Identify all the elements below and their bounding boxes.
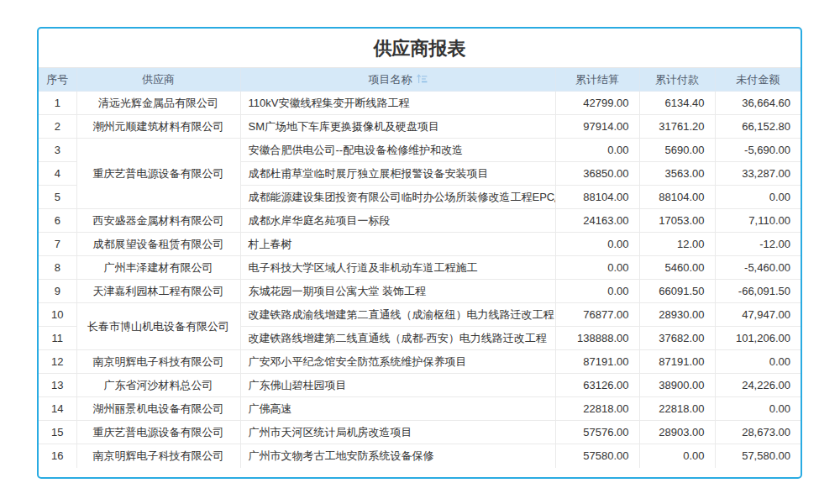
column-header-project[interactable]: 项目名称 bbox=[240, 68, 555, 92]
settled-amount-cell: 97914.00 bbox=[555, 115, 639, 139]
unpaid-amount-cell: -5,690.00 bbox=[715, 139, 801, 162]
supplier-cell[interactable]: 广东省河沙材料总公司 bbox=[76, 374, 240, 397]
settled-amount-cell: 0.00 bbox=[555, 280, 639, 303]
table-row: 13广东省河沙材料总公司广东佛山碧桂园项目63126.0038900.0024,… bbox=[39, 374, 801, 397]
unpaid-amount-cell: 33,287.00 bbox=[715, 162, 801, 186]
paid-amount-cell: 28930.00 bbox=[639, 303, 715, 327]
table-row: 15重庆艺普电源设备有限公司广州市天河区统计局机房改造项目57576.00289… bbox=[39, 421, 801, 444]
paid-amount-cell: 37682.00 bbox=[639, 327, 715, 350]
supplier-cell[interactable]: 西安盛器金属材料有限公司 bbox=[76, 209, 240, 233]
column-header-unpaid: 未付金额 bbox=[715, 68, 801, 92]
table-row: 7成都展望设备租赁有限公司村上春树0.0012.00-12.00 bbox=[39, 233, 801, 256]
unpaid-amount-cell: -5,460.00 bbox=[715, 256, 801, 280]
project-cell[interactable]: 安徽合肥供电公司--配电设备检修维护和改造 bbox=[240, 139, 555, 162]
project-cell[interactable]: SM广场地下车库更换摄像机及硬盘项目 bbox=[240, 115, 555, 139]
table-row: 3重庆艺普电源设备有限公司安徽合肥供电公司--配电设备检修维护和改造0.0056… bbox=[39, 139, 801, 162]
column-label: 项目名称 bbox=[369, 73, 412, 86]
settled-amount-cell: 87191.00 bbox=[555, 350, 639, 374]
row-index-cell: 8 bbox=[39, 256, 76, 280]
unpaid-amount-cell: 47,947.00 bbox=[715, 303, 801, 327]
project-cell[interactable]: 广州市文物考古工地安防系统设备保修 bbox=[240, 444, 555, 468]
unpaid-amount-cell: 0.00 bbox=[715, 186, 801, 209]
supplier-cell[interactable]: 广州丰泽建材有限公司 bbox=[76, 256, 240, 280]
supplier-report-panel: 供应商报表 序号供应商项目名称累计结算累计付款未付金额 1清远光辉金属品有限公司… bbox=[37, 27, 802, 479]
paid-amount-cell: 66091.50 bbox=[639, 280, 715, 303]
project-cell[interactable]: 110kV安徽线程集变开断线路工程 bbox=[240, 92, 555, 115]
project-cell[interactable]: 东城花园一期项目公寓大堂 装饰工程 bbox=[240, 280, 555, 303]
sort-asc-icon[interactable] bbox=[417, 74, 428, 87]
paid-amount-cell: 38900.00 bbox=[639, 374, 715, 397]
supplier-cell[interactable]: 南京明辉电子科技有限公司 bbox=[76, 350, 240, 374]
paid-amount-cell: 87191.00 bbox=[639, 350, 715, 374]
project-cell[interactable]: 广佛高速 bbox=[240, 397, 555, 421]
settled-amount-cell: 0.00 bbox=[555, 139, 639, 162]
supplier-cell[interactable]: 潮州元顺建筑材料有限公司 bbox=[76, 115, 240, 139]
paid-amount-cell: 0.00 bbox=[639, 444, 715, 468]
project-cell[interactable]: 成都能源建设集团投资有限公司临时办公场所装修改造工程EPC总承包 bbox=[240, 186, 555, 209]
table-row: 1清远光辉金属品有限公司110kV安徽线程集变开断线路工程42799.00613… bbox=[39, 92, 801, 115]
settled-amount-cell: 22818.00 bbox=[555, 397, 639, 421]
supplier-cell[interactable]: 成都展望设备租赁有限公司 bbox=[76, 233, 240, 256]
column-label: 累计付款 bbox=[655, 73, 699, 86]
paid-amount-cell: 88104.00 bbox=[639, 186, 715, 209]
settled-amount-cell: 24163.00 bbox=[555, 209, 639, 233]
column-label: 序号 bbox=[46, 73, 68, 86]
table-row: 2潮州元顺建筑材料有限公司SM广场地下车库更换摄像机及硬盘项目97914.003… bbox=[39, 115, 801, 139]
unpaid-amount-cell: 24,226.00 bbox=[715, 374, 801, 397]
settled-amount-cell: 76877.00 bbox=[555, 303, 639, 327]
column-header-supplier: 供应商 bbox=[76, 68, 240, 92]
project-cell[interactable]: 广东佛山碧桂园项目 bbox=[240, 374, 555, 397]
paid-amount-cell: 31761.20 bbox=[639, 115, 715, 139]
supplier-cell[interactable]: 天津嘉利园林工程有限公司 bbox=[76, 280, 240, 303]
column-label: 未付金额 bbox=[736, 73, 780, 86]
paid-amount-cell: 5690.00 bbox=[639, 139, 715, 162]
row-index-cell: 6 bbox=[39, 209, 76, 233]
report-title: 供应商报表 bbox=[39, 29, 801, 67]
supplier-cell[interactable]: 长春市博山机电设备有限公司 bbox=[76, 303, 240, 350]
table-body: 1清远光辉金属品有限公司110kV安徽线程集变开断线路工程42799.00613… bbox=[39, 92, 801, 468]
paid-amount-cell: 12.00 bbox=[639, 233, 715, 256]
project-cell[interactable]: 改建铁路成渝线增建第二直通线（成渝枢纽）电力线路迁改工程 bbox=[240, 303, 555, 327]
row-index-cell: 3 bbox=[39, 139, 76, 162]
paid-amount-cell: 3563.00 bbox=[639, 162, 715, 186]
settled-amount-cell: 57580.00 bbox=[555, 444, 639, 468]
table-row: 12南京明辉电子科技有限公司广安邓小平纪念馆安全防范系统维护保养项目87191.… bbox=[39, 350, 801, 374]
header-row: 序号供应商项目名称累计结算累计付款未付金额 bbox=[39, 68, 801, 92]
project-cell[interactable]: 电子科技大学区域人行道及非机动车道工程施工 bbox=[240, 256, 555, 280]
table-row: 10长春市博山机电设备有限公司改建铁路成渝线增建第二直通线（成渝枢纽）电力线路迁… bbox=[39, 303, 801, 327]
column-header-index: 序号 bbox=[39, 68, 76, 92]
row-index-cell: 13 bbox=[39, 374, 76, 397]
supplier-cell[interactable]: 清远光辉金属品有限公司 bbox=[76, 92, 240, 115]
row-index-cell: 15 bbox=[39, 421, 76, 444]
unpaid-amount-cell: -12.00 bbox=[715, 233, 801, 256]
table-row: 6西安盛器金属材料有限公司成都水岸华庭名苑项目一标段24163.0017053.… bbox=[39, 209, 801, 233]
supplier-cell[interactable]: 重庆艺普电源设备有限公司 bbox=[76, 421, 240, 444]
settled-amount-cell: 63126.00 bbox=[555, 374, 639, 397]
project-cell[interactable]: 成都水岸华庭名苑项目一标段 bbox=[240, 209, 555, 233]
settled-amount-cell: 138888.00 bbox=[555, 327, 639, 350]
supplier-cell[interactable]: 南京明辉电子科技有限公司 bbox=[76, 444, 240, 468]
unpaid-amount-cell: 36,664.60 bbox=[715, 92, 801, 115]
project-cell[interactable]: 村上春树 bbox=[240, 233, 555, 256]
unpaid-amount-cell: 0.00 bbox=[715, 397, 801, 421]
table-header: 序号供应商项目名称累计结算累计付款未付金额 bbox=[39, 68, 801, 92]
project-cell[interactable]: 改建铁路线增建第二线直通线（成都-西安）电力线路迁改工程 bbox=[240, 327, 555, 350]
unpaid-amount-cell: -66,091.50 bbox=[715, 280, 801, 303]
row-index-cell: 11 bbox=[39, 327, 76, 350]
project-cell[interactable]: 广安邓小平纪念馆安全防范系统维护保养项目 bbox=[240, 350, 555, 374]
paid-amount-cell: 6134.40 bbox=[639, 92, 715, 115]
paid-amount-cell: 22818.00 bbox=[639, 397, 715, 421]
supplier-report-table: 序号供应商项目名称累计结算累计付款未付金额 1清远光辉金属品有限公司110kV安… bbox=[39, 67, 801, 468]
table-row: 8广州丰泽建材有限公司电子科技大学区域人行道及非机动车道工程施工0.005460… bbox=[39, 256, 801, 280]
supplier-cell[interactable]: 重庆艺普电源设备有限公司 bbox=[76, 139, 240, 209]
supplier-cell[interactable]: 湖州丽景机电设备有限公司 bbox=[76, 397, 240, 421]
settled-amount-cell: 57576.00 bbox=[555, 421, 639, 444]
column-label: 供应商 bbox=[142, 73, 175, 86]
project-cell[interactable]: 成都杜甫草堂临时展厅独立展柜报警设备安装项目 bbox=[240, 162, 555, 186]
row-index-cell: 4 bbox=[39, 162, 76, 186]
project-cell[interactable]: 广州市天河区统计局机房改造项目 bbox=[240, 421, 555, 444]
settled-amount-cell: 0.00 bbox=[555, 233, 639, 256]
column-header-paid: 累计付款 bbox=[639, 68, 715, 92]
row-index-cell: 2 bbox=[39, 115, 76, 139]
row-index-cell: 10 bbox=[39, 303, 76, 327]
